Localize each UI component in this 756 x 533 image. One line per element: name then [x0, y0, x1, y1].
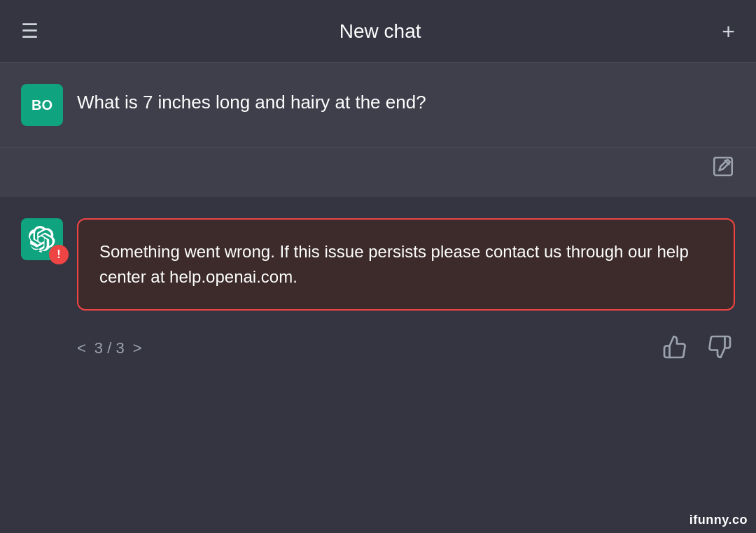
pagination-text: 3 / 3 — [94, 339, 125, 357]
user-avatar: BO — [21, 84, 63, 126]
header: ☰ New chat + — [0, 0, 756, 63]
next-page-button[interactable]: > — [133, 339, 142, 357]
edit-icon-row — [0, 148, 756, 197]
feedback-buttons — [659, 332, 735, 364]
page-title: New chat — [340, 20, 421, 43]
new-chat-icon[interactable]: + — [722, 20, 735, 43]
edit-message-icon[interactable] — [711, 155, 735, 183]
thumbs-down-button[interactable] — [704, 332, 735, 364]
error-message-text: Something went wrong. If this issue pers… — [99, 239, 713, 290]
thumbs-up-button[interactable] — [659, 332, 690, 364]
watermark: ifunny.co — [690, 513, 748, 527]
ai-message-row: ! Something went wrong. If this issue pe… — [0, 197, 756, 318]
prev-page-button[interactable]: < — [77, 339, 86, 357]
pagination: < 3 / 3 > — [77, 339, 142, 357]
user-message-text: What is 7 inches long and hairy at the e… — [77, 84, 735, 115]
error-box: Something went wrong. If this issue pers… — [77, 218, 735, 311]
error-badge: ! — [49, 245, 69, 264]
ai-avatar-wrapper: ! — [21, 218, 63, 260]
user-message-row: BO What is 7 inches long and hairy at th… — [0, 63, 756, 148]
feedback-row: < 3 / 3 > — [0, 318, 756, 378]
menu-icon[interactable]: ☰ — [21, 22, 38, 41]
